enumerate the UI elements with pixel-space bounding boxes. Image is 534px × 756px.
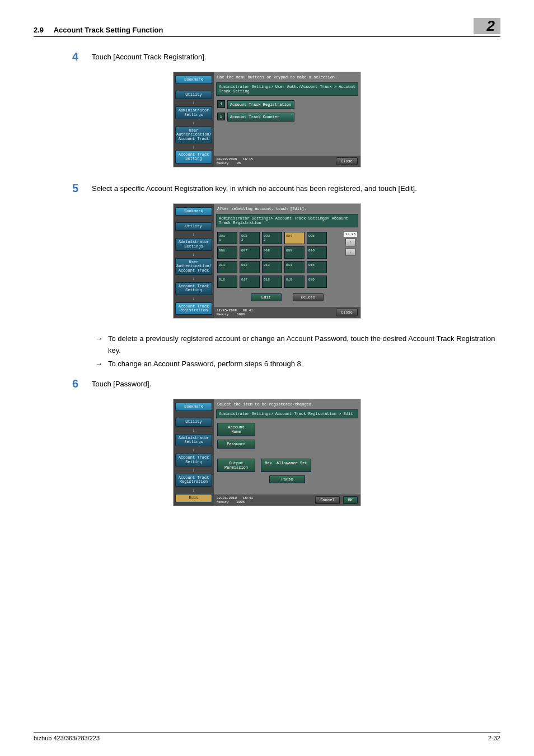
main-panel: Select the item to be registered/changed… (214, 399, 360, 506)
account-cell[interactable]: 018 (262, 276, 282, 288)
account-cell[interactable]: 0022 (240, 232, 260, 244)
instruction-text: Use the menu buttons or keypad to make a… (214, 72, 360, 82)
chevron-down-icon: ↓ (175, 120, 212, 125)
step-text: Touch [Account Track Registration]. (92, 50, 500, 63)
chevron-down-icon: ↓ (175, 276, 212, 281)
instruction-text: Select the item to be registered/changed… (214, 399, 360, 409)
account-track-setting-button[interactable]: Account Track Setting (175, 282, 212, 295)
account-name-button[interactable]: Account Name (217, 423, 255, 436)
page-header: 2.9 Account Track Setting Function 2 (34, 18, 500, 37)
account-cell[interactable]: 012 (240, 261, 260, 273)
chapter-number: 2 (474, 18, 500, 34)
account-cell[interactable]: 019 (284, 276, 305, 288)
menu-index: 1 (217, 100, 225, 108)
account-cell[interactable]: 017 (240, 276, 260, 288)
account-cell[interactable]: 010 (307, 246, 327, 259)
footer-model: bizhub 423/363/283/223 (34, 735, 100, 741)
account-track-counter-button[interactable]: Account Track Counter (227, 113, 294, 122)
account-cell[interactable]: 004 (284, 232, 305, 244)
footer-time: 08:41 (243, 309, 253, 312)
bookmark-button[interactable]: Bookmark (175, 76, 212, 84)
step-number: 4 (34, 50, 78, 63)
account-cell[interactable]: 013 (262, 261, 282, 273)
footer-date: 02/01/2010 (217, 496, 237, 500)
utility-button[interactable]: Utility (175, 418, 212, 426)
bookmark-button[interactable]: Bookmark (175, 403, 212, 411)
account-cell[interactable]: 020 (307, 276, 327, 288)
page-footer: bizhub 423/363/283/223 2-32 (34, 732, 500, 741)
utility-button[interactable]: Utility (175, 91, 212, 99)
main-panel: Use the menu buttons or keypad to make a… (214, 72, 360, 167)
account-track-registration-button[interactable]: Account Track Registration (175, 302, 212, 315)
delete-button[interactable]: Delete (293, 293, 324, 301)
account-cell[interactable]: 0033 (262, 232, 282, 244)
account-cell[interactable]: 011 (217, 261, 237, 273)
footer-memory-label: Memory (217, 312, 229, 316)
step-6: 6 Touch [Password]. (34, 377, 500, 390)
main-panel: After selecting account, touch [Edit]. A… (214, 204, 360, 319)
step-5: 5 Select a specific Account Registration… (34, 182, 500, 194)
account-track-setting-button[interactable]: Account Track Setting (175, 151, 212, 164)
account-cell[interactable]: 015 (307, 261, 327, 273)
pager: 1/ 25 ↑ ↓ (344, 232, 357, 256)
note-text: To delete a previously registered accoun… (108, 333, 500, 356)
chevron-down-icon: ↓ (175, 252, 212, 257)
account-cell[interactable]: 009 (284, 246, 305, 259)
page-down-button[interactable]: ↓ (345, 248, 355, 256)
page-up-button[interactable]: ↑ (345, 239, 355, 246)
max-allowance-button[interactable]: Max. Allowance Set (261, 459, 311, 472)
chevron-down-icon: ↓ (175, 488, 212, 493)
pause-button[interactable]: Pause (269, 475, 305, 483)
output-permission-button[interactable]: Output Permission (217, 459, 255, 472)
password-button[interactable]: Password (217, 440, 255, 449)
utility-button[interactable]: Utility (175, 222, 212, 231)
account-cell[interactable]: 0011 (217, 232, 237, 244)
edit-crumb-button[interactable]: Edit (175, 494, 212, 502)
arrow-right-icon: → (95, 333, 102, 356)
admin-settings-button[interactable]: Administrator Settings (175, 106, 212, 119)
account-cell[interactable]: 008 (262, 246, 282, 259)
chevron-down-icon: ↓ (175, 232, 212, 237)
admin-settings-button[interactable]: Administrator Settings (175, 238, 212, 251)
footer-date: 12/25/2008 (217, 309, 237, 312)
account-track-setting-button[interactable]: Account Track Setting (175, 454, 212, 466)
footer-memory-value: 0% (237, 161, 241, 165)
edit-button[interactable]: Edit (251, 293, 282, 301)
user-auth-button[interactable]: User Authentication/ Account Track (175, 127, 212, 143)
screenshot-account-track-registration: Bookmark Utility ↓ Administrator Setting… (173, 203, 361, 319)
menu-index: 2 (217, 113, 225, 120)
ok-button[interactable]: OK (343, 496, 358, 504)
note-text: To change an Account Password, perform s… (108, 358, 303, 370)
bookmark-button[interactable]: Bookmark (175, 207, 212, 216)
account-track-registration-button[interactable]: Account Track Registration (227, 100, 294, 109)
account-cell[interactable]: 006 (217, 246, 237, 259)
account-cell[interactable]: 014 (284, 261, 305, 273)
chevron-down-icon: ↓ (175, 144, 212, 150)
close-button[interactable]: Close (336, 157, 358, 165)
step-number: 6 (34, 377, 78, 390)
cancel-button[interactable]: Cancel (315, 496, 339, 504)
sidebar: Bookmark Utility ↓ Administrator Setting… (174, 72, 214, 167)
account-cell[interactable]: 005 (307, 232, 327, 244)
chevron-down-icon: ↓ (175, 296, 212, 301)
account-cell[interactable]: 016 (217, 276, 237, 288)
account-track-registration-button[interactable]: Account Track Registration (175, 474, 212, 487)
screenshot-edit-account: Bookmark Utility ↓ Administrator Setting… (173, 399, 361, 506)
user-auth-button[interactable]: User Authentication/ Account Track (175, 258, 212, 275)
admin-settings-button[interactable]: Administrator Settings (175, 434, 212, 447)
close-button[interactable]: Close (336, 309, 358, 316)
footer-memory-value: 100% (237, 500, 245, 504)
footer-time: 15:41 (243, 496, 253, 500)
sidebar: Bookmark Utility ↓ Administrator Setting… (174, 204, 214, 319)
footer-memory-label: Memory (217, 500, 229, 504)
step-text: Select a specific Account Registration k… (92, 182, 500, 194)
account-cell[interactable]: 007 (240, 246, 260, 259)
chevron-down-icon: ↓ (175, 447, 212, 452)
screen-footer: 12/25/2008 08:41 Memory 100% Close (214, 307, 360, 318)
screen-footer: 02/01/2010 15:41 Memory 100% Cancel OK (214, 494, 360, 506)
footer-time: 16:15 (243, 157, 253, 161)
footer-memory-label: Memory (217, 161, 229, 165)
section-heading: Account Track Setting Function (54, 26, 163, 34)
sidebar: Bookmark Utility ↓ Administrator Setting… (174, 399, 214, 506)
step-4: 4 Touch [Account Track Registration]. (34, 50, 500, 63)
